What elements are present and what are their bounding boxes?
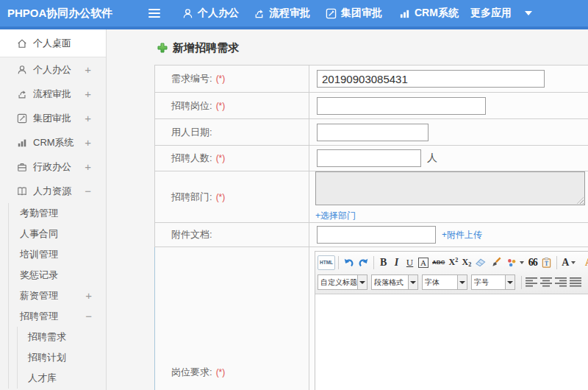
font-size-select[interactable]: 字号 xyxy=(471,274,515,290)
brush-icon xyxy=(490,257,502,268)
nav-group-approval[interactable]: 集团审批 xyxy=(326,0,382,26)
date-input[interactable] xyxy=(317,124,429,141)
font-family-select[interactable]: 字体 xyxy=(422,274,467,290)
undo-icon xyxy=(343,258,354,268)
clipboard-icon: T xyxy=(541,257,552,269)
sidebar-item-attendance[interactable]: 考勤管理 xyxy=(9,203,106,224)
expand-icon[interactable]: + xyxy=(85,155,91,179)
form-row-date: 用人日期: xyxy=(155,119,588,146)
paste-format-button[interactable]: T xyxy=(539,255,553,270)
underline-button[interactable]: U xyxy=(404,255,416,270)
caret-down-icon xyxy=(457,275,467,289)
border-button[interactable]: A xyxy=(418,258,429,268)
undo-button[interactable] xyxy=(342,255,356,270)
rich-text-editor: HTML B I U A ABC X2 X2 xyxy=(315,251,588,390)
form-row-department: 招聘部门:(*) +选择部门 xyxy=(155,171,588,223)
menu-icon[interactable] xyxy=(148,9,160,18)
sidebar-submenu-recruitment: 招聘需求 招聘计划 人才库 xyxy=(17,327,106,389)
demand-no-input[interactable] xyxy=(317,70,545,88)
briefcase-icon xyxy=(17,162,27,172)
strikethrough-button[interactable]: ABC xyxy=(431,255,446,270)
sidebar-item-desktop[interactable]: 个人桌面 xyxy=(0,29,106,57)
header-strip xyxy=(0,26,588,29)
caret-down-icon xyxy=(520,261,524,264)
nav-more-apps[interactable]: 更多应用 xyxy=(470,0,512,26)
editor-content[interactable] xyxy=(315,294,588,390)
font-color-button[interactable]: A xyxy=(560,255,577,270)
sidebar-item-admin-office[interactable]: 行政办公 + xyxy=(0,155,106,179)
caret-down-icon xyxy=(408,275,417,289)
sidebar-item-rewards[interactable]: 奖惩记录 xyxy=(9,265,106,286)
attachment-upload-link[interactable]: +附件上传 xyxy=(442,229,482,241)
subscript-button[interactable]: X2 xyxy=(460,255,473,270)
form-row-demand-no: 需求编号:(*) xyxy=(155,65,588,93)
nav-crm-system[interactable]: CRM系统 xyxy=(399,0,459,26)
form-row-attachment: 附件文档: +附件上传 xyxy=(155,223,588,247)
align-right-icon xyxy=(555,277,567,287)
align-justify-icon xyxy=(570,277,581,287)
sidebar-item-salary[interactable]: 薪资管理+ xyxy=(9,286,106,306)
sidebar-item-crm[interactable]: CRM系统 + xyxy=(0,130,106,155)
align-right-button[interactable] xyxy=(553,275,568,290)
caret-down-icon xyxy=(505,275,514,289)
form-row-position: 招聘岗位:(*) xyxy=(155,93,588,119)
chart-icon xyxy=(17,138,27,148)
sidebar-item-training[interactable]: 培训管理 xyxy=(9,244,106,265)
nav-workflow-approval[interactable]: 流程审批 xyxy=(254,0,310,26)
paragraph-format-select[interactable]: 段落格式 xyxy=(371,274,418,290)
align-justify-button[interactable] xyxy=(568,275,583,290)
collapse-icon[interactable]: − xyxy=(85,306,92,327)
caret-down-icon xyxy=(571,261,576,264)
book-icon xyxy=(17,186,27,196)
italic-button[interactable]: I xyxy=(390,255,403,270)
select-department-link[interactable]: +选择部门 xyxy=(315,210,588,222)
blockquote-button[interactable]: 66 xyxy=(526,255,539,270)
expand-icon[interactable]: + xyxy=(85,106,91,130)
background-color-button[interactable]: A xyxy=(582,255,588,270)
sidebar-item-personal-office[interactable]: 个人办公 + xyxy=(0,57,106,82)
bold-button[interactable]: B xyxy=(377,255,390,270)
palette-icon xyxy=(506,258,517,268)
sidebar: 个人桌面 个人办公 + 流程审批 + 集团审批 + CRM系统 + 行政办公 + xyxy=(0,29,107,390)
attachment-input[interactable] xyxy=(317,226,436,244)
expand-icon[interactable]: + xyxy=(85,286,92,306)
eraser-button[interactable] xyxy=(473,255,488,270)
sidebar-item-recruit-plan[interactable]: 招聘计划 xyxy=(18,347,106,368)
custom-title-select[interactable]: 自定义标题 xyxy=(318,274,368,290)
expand-icon[interactable]: + xyxy=(85,57,91,82)
main-content: 新增招聘需求 需求编号:(*) 招聘岗位:(*) 用人日期: 招聘人数:(*) … xyxy=(107,29,588,390)
sidebar-item-hr[interactable]: 人力资源 − xyxy=(0,179,106,203)
superscript-button[interactable]: X2 xyxy=(447,255,459,270)
sidebar-item-workflow-approval[interactable]: 流程审批 + xyxy=(0,82,106,106)
app-logo: PHPOA协同办公软件 xyxy=(7,0,112,26)
flow-icon xyxy=(17,89,27,99)
align-center-button[interactable] xyxy=(539,275,553,290)
headcount-input[interactable] xyxy=(317,149,421,167)
align-left-button[interactable] xyxy=(524,275,539,290)
page-title: 新增招聘需求 xyxy=(157,40,239,56)
user-icon xyxy=(17,65,27,75)
expand-icon[interactable]: + xyxy=(85,82,91,106)
sidebar-item-group-approval[interactable]: 集团审批 + xyxy=(0,106,106,130)
sidebar-item-hr-contract[interactable]: 人事合同 xyxy=(9,224,106,244)
sidebar-item-recruit-demand[interactable]: 招聘需求 xyxy=(18,327,106,347)
department-textarea[interactable] xyxy=(315,171,585,205)
html-source-button[interactable]: HTML xyxy=(318,255,335,270)
nav-personal-office[interactable]: 个人办公 xyxy=(182,0,239,26)
format-brush-button[interactable] xyxy=(489,255,503,270)
add-icon xyxy=(157,43,168,53)
expand-icon[interactable]: + xyxy=(85,130,91,155)
position-input[interactable] xyxy=(317,97,486,115)
eraser-icon xyxy=(475,257,487,268)
sidebar-item-talent-pool[interactable]: 人才库 xyxy=(18,368,106,389)
resize-grip[interactable] xyxy=(577,197,584,204)
editor-toolbar: HTML B I U A ABC X2 X2 xyxy=(315,252,588,294)
nav-more-apps-caret[interactable] xyxy=(522,0,532,26)
redo-icon xyxy=(358,258,369,268)
edit-icon xyxy=(17,113,27,124)
redo-button[interactable] xyxy=(356,255,370,270)
sidebar-item-recruitment[interactable]: 招聘管理− xyxy=(9,306,106,327)
flow-icon xyxy=(254,8,265,19)
autotypeset-button[interactable] xyxy=(504,255,526,270)
collapse-icon[interactable]: − xyxy=(85,179,91,203)
